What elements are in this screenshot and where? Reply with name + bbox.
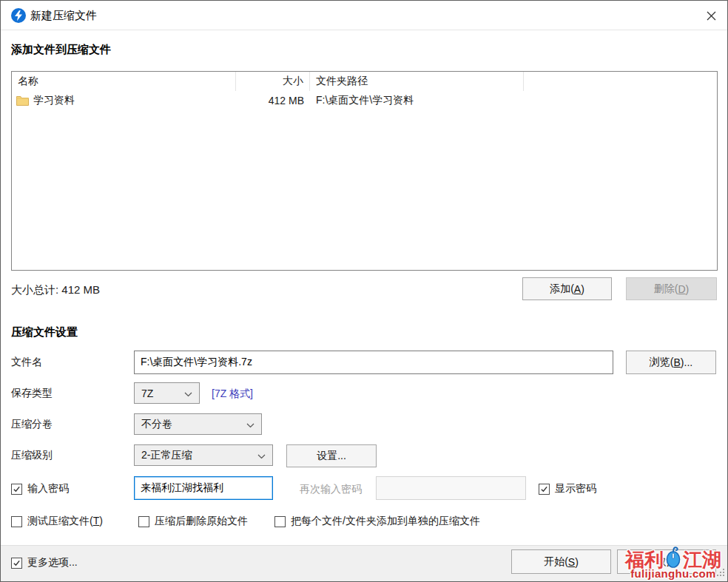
format-value: 7Z: [141, 388, 153, 399]
table-row[interactable]: 学习资料 412 MB F:\桌面文件\学习资料: [12, 91, 717, 110]
app-icon: [11, 8, 26, 23]
format-info-link[interactable]: [7Z 格式]: [212, 388, 253, 401]
file-list[interactable]: 名称 大小 文件夹路径 学习资料 412 MB F:\桌面文件\学习资料: [11, 71, 718, 271]
file-name: 学习资料: [33, 94, 75, 107]
format-select[interactable]: 7Z: [134, 382, 200, 404]
new-archive-dialog: 新建压缩文件 添加文件到压缩文件 名称 大小 文件夹路径: [0, 0, 728, 582]
checkbox-unchecked-icon: [274, 516, 286, 527]
show-password-label: 显示密码: [555, 482, 596, 495]
save-type-label: 保存类型: [11, 382, 53, 404]
test-archive-label: 测试压缩文件(T): [27, 515, 103, 528]
settings-section-header: 压缩文件设置: [11, 325, 78, 339]
close-button[interactable]: [695, 1, 727, 30]
chevron-down-icon: [184, 388, 192, 399]
checkbox-checked-icon: [539, 484, 550, 495]
level-value: 2-正常压缩: [141, 449, 192, 462]
split-value: 不分卷: [141, 418, 172, 431]
password-input[interactable]: [134, 476, 273, 500]
file-path: F:\桌面文件\学习资料: [310, 91, 524, 110]
show-password-checkbox[interactable]: 显示密码: [539, 482, 596, 495]
window-title: 新建压缩文件: [30, 1, 97, 30]
separate-archives-checkbox[interactable]: 把每个文件/文件夹添加到单独的压缩文件: [274, 515, 480, 528]
filename-input[interactable]: [134, 351, 613, 374]
checkbox-unchecked-icon: [11, 516, 22, 527]
level-select[interactable]: 2-正常压缩: [134, 444, 273, 466]
confirm-password-label: 再次输入密码: [300, 483, 362, 496]
confirm-password-input[interactable]: [376, 476, 526, 500]
chevron-down-icon: [257, 450, 266, 461]
column-header-name[interactable]: 名称: [12, 72, 236, 91]
add-section-header: 添加文件到压缩文件: [11, 43, 111, 57]
delete-after-checkbox[interactable]: 压缩后删除原始文件: [138, 515, 248, 528]
browse-button[interactable]: 浏览(B)...: [626, 351, 716, 374]
more-options-checkbox[interactable]: 更多选项...: [11, 556, 78, 569]
folder-icon: [16, 95, 29, 106]
split-label: 压缩分卷: [11, 413, 53, 435]
test-archive-checkbox[interactable]: 测试压缩文件(T): [11, 515, 103, 528]
cancel-button[interactable]: 取消: [617, 549, 716, 574]
level-settings-button[interactable]: 设置...: [286, 444, 377, 467]
file-list-header: 名称 大小 文件夹路径: [12, 72, 717, 91]
column-header-filler: [524, 72, 717, 91]
checkbox-checked-icon: [11, 484, 22, 495]
checkbox-checked-icon: [11, 558, 22, 569]
total-size-label: 大小总计: 412 MB: [11, 283, 100, 297]
password-checkbox[interactable]: 输入密码: [11, 482, 69, 495]
file-size: 412 MB: [236, 91, 310, 110]
add-button[interactable]: 添加(A): [522, 277, 612, 300]
resize-grip[interactable]: [715, 567, 726, 580]
row-filler: [524, 91, 717, 110]
column-header-size[interactable]: 大小: [236, 72, 310, 91]
delete-after-label: 压缩后删除原始文件: [155, 515, 248, 528]
title-bar: 新建压缩文件: [1, 1, 727, 30]
chevron-down-icon: [246, 419, 255, 430]
split-select[interactable]: 不分卷: [134, 413, 262, 435]
level-label: 压缩级别: [11, 444, 53, 466]
delete-button[interactable]: 删除(D): [626, 277, 717, 300]
start-button[interactable]: 开始(S): [511, 549, 611, 574]
more-options-label: 更多选项...: [27, 556, 78, 569]
close-icon: [707, 11, 716, 21]
password-checkbox-label: 输入密码: [27, 482, 69, 495]
column-header-path[interactable]: 文件夹路径: [310, 72, 524, 91]
separate-archives-label: 把每个文件/文件夹添加到单独的压缩文件: [291, 515, 480, 528]
file-name-cell: 学习资料: [12, 91, 236, 110]
filename-label: 文件名: [11, 351, 42, 374]
checkbox-unchecked-icon: [138, 516, 149, 527]
